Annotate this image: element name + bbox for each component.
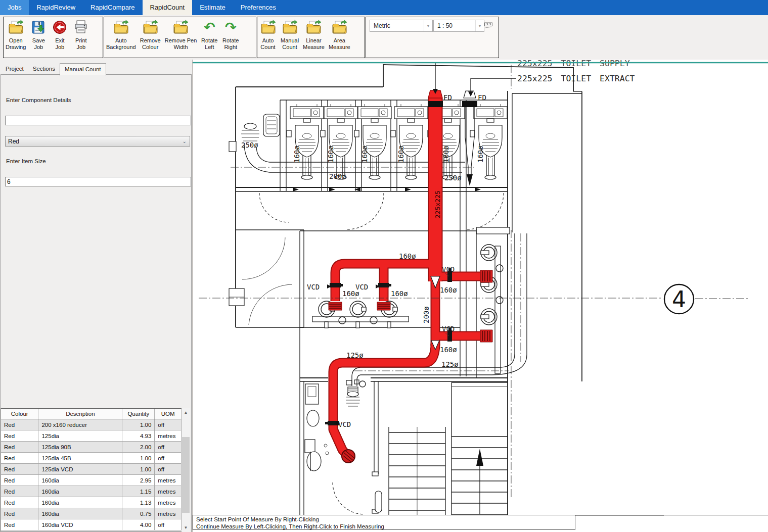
area-measure-button[interactable]: AreaMeasure bbox=[327, 17, 352, 57]
menu-item-preferences[interactable]: Preferences bbox=[233, 0, 284, 15]
fd-label: FD bbox=[478, 93, 486, 102]
menu-item-rapidreview[interactable]: RapidReview bbox=[29, 0, 83, 15]
auto-background-button[interactable]: AutoBackground bbox=[104, 17, 138, 57]
grid-reference: 4 bbox=[199, 284, 748, 314]
toolbar-group-drawing-tools: AutoBackground RemoveColour Remove PenWi… bbox=[104, 17, 256, 58]
item-size-label: Enter Item Size bbox=[6, 158, 46, 164]
sink-counter bbox=[312, 301, 409, 328]
manual-count-button[interactable]: ManualCount bbox=[279, 17, 301, 57]
dim-label: 160ø bbox=[391, 289, 408, 298]
table-row[interactable]: Red 125dia 4.93 metres bbox=[1, 430, 182, 442]
floor-plan-drawing: 225x225 TOILET SUPPLY 225x225 TOILET EXT… bbox=[193, 60, 768, 532]
menu-item-rapidcount[interactable]: RapidCount bbox=[143, 0, 193, 15]
scale-dropdown[interactable]: 1 : 50▼ bbox=[433, 20, 484, 32]
stairs bbox=[389, 382, 508, 515]
header-uom: UOM bbox=[155, 409, 182, 419]
table-row[interactable]: Red 160dia 2.95 metres bbox=[1, 475, 182, 486]
auto-count-button[interactable]: AutoCount bbox=[257, 17, 279, 57]
menu-item-jobs[interactable]: Jobs bbox=[0, 0, 29, 15]
printer-icon bbox=[72, 19, 89, 36]
panel-tabs: Project Sections Manual Count bbox=[1, 64, 106, 75]
save-job-button[interactable]: SaveJob bbox=[28, 17, 49, 57]
open-folder-icon bbox=[7, 19, 24, 36]
units-dropdown[interactable]: Metric▼ bbox=[370, 20, 433, 32]
measure-results-table: Colour Description Quantity UOM Red 200 … bbox=[1, 408, 182, 532]
folder-icon bbox=[331, 19, 348, 36]
menu-item-estimate[interactable]: Estimate bbox=[192, 0, 233, 15]
header-description: Description bbox=[38, 409, 122, 419]
vcd-label: VCD bbox=[355, 283, 368, 291]
chevron-down-icon: ▼ bbox=[424, 20, 432, 31]
drawing-canvas[interactable]: 225x225 TOILET SUPPLY 225x225 TOILET EXT… bbox=[192, 60, 768, 532]
tab-manual-count[interactable]: Manual Count bbox=[60, 63, 106, 76]
table-row[interactable]: Red 160dia 0.75 metres bbox=[1, 508, 182, 519]
dim-label: 250ø bbox=[444, 174, 462, 182]
dim-label: 160ø bbox=[360, 146, 369, 163]
table-row[interactable]: Red 125dia 90B 2.00 off bbox=[1, 442, 182, 453]
tab-sections[interactable]: Sections bbox=[28, 64, 60, 75]
vcd-label: VCD bbox=[442, 325, 455, 333]
header-quantity: Quantity bbox=[122, 409, 155, 419]
vcd-label: VCD bbox=[307, 283, 320, 291]
scroll-down-icon[interactable]: ▼ bbox=[182, 523, 190, 532]
print-job-button[interactable]: PrintJob bbox=[70, 17, 92, 57]
colour-select[interactable]: Red⌄ bbox=[5, 136, 190, 147]
extract-label: 225x225 TOILET EXTRACT bbox=[517, 74, 635, 83]
custom-scale-icon[interactable] bbox=[484, 20, 493, 31]
vcd-label: VCD bbox=[442, 265, 455, 273]
wash-basins bbox=[481, 245, 503, 373]
ribbon-toolbar: OpenDrawing SaveJob ExitJob PrintJob Aut… bbox=[0, 15, 768, 60]
fd-label: FD bbox=[443, 93, 452, 102]
dim-label: 160ø bbox=[399, 252, 416, 260]
toolbar-group-measure: AutoCount ManualCount LinearMeasure Area… bbox=[257, 17, 365, 58]
table-row[interactable]: Red 160dia VCD 4.00 off bbox=[1, 519, 182, 530]
grid-ref-number: 4 bbox=[672, 286, 686, 312]
save-disk-icon bbox=[30, 19, 47, 36]
chevron-down-icon: ▼ bbox=[475, 20, 484, 31]
dim-label: 250ø bbox=[241, 141, 258, 149]
supply-label: 225x225 TOILET SUPPLY bbox=[517, 60, 630, 68]
tab-project[interactable]: Project bbox=[1, 64, 28, 75]
rotate-left-button[interactable]: ↶ RotateLeft bbox=[199, 17, 220, 57]
header-colour: Colour bbox=[1, 409, 38, 419]
folder-icon bbox=[142, 19, 159, 36]
toolbar-group-file: OpenDrawing SaveJob ExitJob PrintJob bbox=[3, 17, 103, 58]
dim-label: 160ø bbox=[442, 146, 450, 163]
dim-label: 160ø bbox=[327, 146, 335, 163]
table-row[interactable]: Red 160dia 1.15 metres bbox=[1, 486, 182, 497]
rotate-right-icon: ↷ bbox=[222, 19, 239, 36]
table-scrollbar[interactable]: ▲ ▼ bbox=[182, 408, 190, 532]
table-row[interactable]: Red 200 x160 reducer 1.00 off bbox=[1, 419, 182, 430]
rotate-left-icon: ↶ bbox=[201, 19, 218, 36]
dim-label: 160ø bbox=[440, 346, 457, 354]
dim-label: 200ø bbox=[422, 306, 430, 323]
item-size-input[interactable] bbox=[5, 177, 191, 186]
folder-icon bbox=[305, 19, 322, 36]
table-row[interactable]: Red 160dia 1.13 metres bbox=[1, 497, 182, 508]
component-details-input[interactable] bbox=[5, 116, 191, 125]
exit-job-button[interactable]: ExitJob bbox=[49, 17, 70, 57]
riser-size-label: 225x225 bbox=[434, 190, 441, 218]
table-row[interactable]: Red 125dia VCD 1.00 off bbox=[1, 464, 182, 475]
dim-label: 125ø bbox=[441, 360, 459, 368]
folder-icon bbox=[259, 19, 277, 36]
table-header-row: Colour Description Quantity UOM bbox=[1, 409, 182, 419]
dim-label: 160ø bbox=[476, 146, 484, 163]
menu-item-rapidcompare[interactable]: RapidCompare bbox=[83, 0, 142, 15]
component-details-label: Enter Component Details bbox=[6, 97, 71, 103]
folder-icon bbox=[172, 19, 189, 36]
exit-icon bbox=[51, 19, 68, 36]
table-row[interactable]: Red 125dia 45B 1.00 off bbox=[1, 453, 182, 464]
open-drawing-button[interactable]: OpenDrawing bbox=[4, 17, 28, 57]
vcd-label: VCD bbox=[338, 420, 351, 428]
dim-label: 125ø bbox=[346, 351, 364, 359]
rotate-right-button[interactable]: ↷ RotateRight bbox=[220, 17, 241, 57]
linear-measure-button[interactable]: LinearMeasure bbox=[301, 17, 327, 57]
scroll-up-icon[interactable]: ▲ bbox=[182, 408, 190, 417]
dim-label: 160ø bbox=[293, 146, 301, 163]
dim-label: 200ø bbox=[329, 172, 346, 180]
status-line-1: Select Start Point Of Measure By Right-C… bbox=[196, 516, 572, 523]
scrollbar-thumb[interactable] bbox=[182, 437, 190, 513]
remove-pen-width-button[interactable]: Remove PenWidth bbox=[163, 17, 199, 57]
remove-colour-button[interactable]: RemoveColour bbox=[138, 17, 163, 57]
